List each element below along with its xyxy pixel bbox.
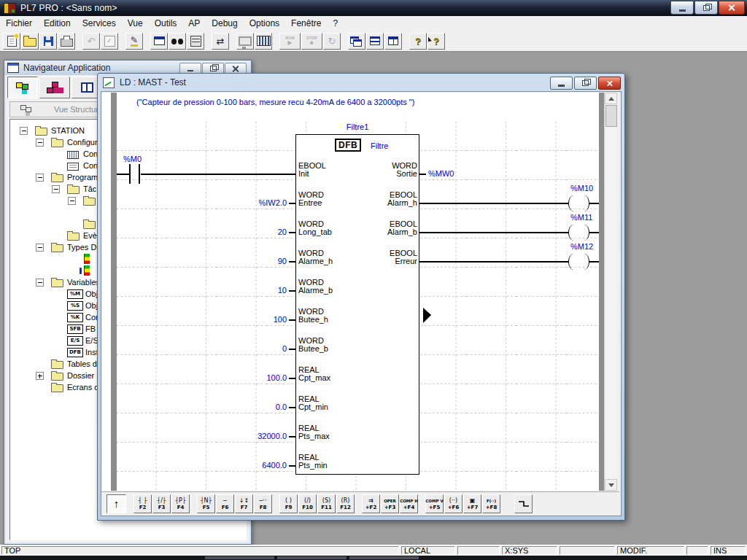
menu-services[interactable]: Services — [77, 17, 122, 30]
collapse-icon[interactable] — [36, 174, 44, 182]
taskbar-item[interactable] — [205, 556, 274, 559]
tool-operate[interactable]: OPER+F3 — [381, 494, 399, 513]
tool-hline-fill[interactable]: ─··F8 — [254, 494, 272, 513]
coil-icon[interactable] — [579, 254, 589, 270]
main-title-bar[interactable]: PL7 PRO : <Sans nom> — [0, 0, 747, 16]
input-value[interactable]: 100 — [224, 315, 287, 324]
scroll-up-button[interactable] — [605, 93, 617, 104]
coil-icon[interactable] — [568, 225, 578, 241]
coil-label[interactable]: %M11 — [570, 213, 592, 222]
coil-label[interactable]: %M10 — [570, 184, 593, 192]
taskbar-item[interactable] — [349, 556, 419, 559]
tile-vertical-button[interactable] — [384, 33, 402, 50]
collapse-icon[interactable] — [36, 244, 44, 252]
open-button[interactable] — [21, 33, 39, 50]
collapse-icon[interactable] — [36, 279, 44, 287]
collapse-icon[interactable] — [52, 185, 60, 193]
tool-compare-h[interactable]: COMP H+F4 — [400, 494, 418, 513]
collapse-icon[interactable] — [20, 127, 28, 135]
menu-debug[interactable]: Debug — [206, 17, 243, 30]
tool-vline[interactable]: ↓↕F7 — [235, 494, 253, 513]
ld-minimize-button[interactable] — [550, 77, 573, 90]
undo-button[interactable]: ↶ — [82, 33, 100, 50]
new-button[interactable] — [3, 33, 20, 50]
print-button[interactable] — [58, 33, 75, 50]
tile-horizontal-button[interactable] — [366, 33, 384, 50]
input-value[interactable]: 0 — [224, 344, 287, 353]
select-tool-button[interactable]: ↑ — [107, 494, 126, 513]
tool-compare-v[interactable]: COMP V+F5 — [425, 494, 444, 513]
menu-vue[interactable]: Vue — [122, 17, 149, 30]
menu-fenetre[interactable]: Fenêtre — [285, 17, 327, 30]
close-button[interactable] — [719, 1, 745, 15]
no-contact-icon[interactable] — [129, 164, 131, 184]
input-value[interactable]: 90 — [224, 257, 287, 265]
input-value[interactable]: %IW2.0 — [224, 198, 287, 207]
tool-p-contact[interactable]: ┤P├F4 — [171, 494, 190, 513]
menu-ap[interactable]: AP — [182, 17, 206, 30]
context-help-button[interactable]: ? — [427, 33, 445, 50]
cascade-windows-button[interactable] — [348, 33, 365, 50]
tool-set-coil[interactable]: (S)F11 — [317, 494, 336, 513]
input-value[interactable]: 20 — [224, 228, 287, 236]
coil-icon[interactable] — [579, 225, 589, 241]
input-value[interactable]: 32000.0 — [224, 432, 287, 440]
coil-icon[interactable] — [568, 195, 578, 211]
coil-icon[interactable] — [568, 254, 578, 270]
tool-reset-coil[interactable]: (R)F12 — [336, 494, 355, 513]
input-value[interactable]: 10 — [224, 286, 287, 295]
tool-no-contact[interactable]: ┤ ├F2 — [133, 494, 152, 513]
tool-close-rung[interactable] — [514, 494, 533, 513]
scroll-down-button[interactable] — [605, 479, 617, 491]
validate-button[interactable]: ✓ — [101, 33, 118, 50]
functional-view-button[interactable] — [39, 77, 70, 98]
run-button[interactable]: RUN ▶ — [279, 33, 301, 50]
collapse-icon[interactable] — [68, 197, 76, 205]
tool-jump[interactable]: ⇉+F2 — [362, 494, 380, 513]
connect-pc-button[interactable] — [236, 33, 254, 50]
menu-options[interactable]: Options — [244, 17, 285, 30]
tool-coil[interactable]: ( )F9 — [279, 494, 298, 513]
menu-help[interactable]: ? — [327, 17, 344, 30]
refresh-button[interactable]: ↻ — [323, 33, 341, 50]
vertical-scrollbar[interactable] — [604, 93, 617, 491]
menu-fichier[interactable]: Fichier — [0, 17, 38, 30]
ld-title-bar[interactable]: LD : MAST - Test — [98, 74, 624, 91]
configuration-button[interactable] — [255, 33, 272, 50]
tool-nc-contact[interactable]: ┤/├F3 — [152, 494, 171, 513]
menu-outils[interactable]: Outils — [149, 17, 183, 30]
ld-restore-button[interactable] — [574, 77, 597, 90]
input-value[interactable]: 100.0 — [224, 373, 287, 382]
import-button[interactable]: ✎ — [125, 33, 143, 50]
tool-n-contact[interactable]: ┤N├F5 — [197, 494, 215, 513]
transfer-button[interactable]: ⇄ — [212, 33, 229, 50]
help-button[interactable]: ? — [409, 33, 427, 50]
library-button[interactable] — [187, 33, 204, 50]
rung-comment[interactable]: ("Capteur de pression 0-100 bars, mesure… — [136, 98, 414, 106]
tool-function-block[interactable]: ▣+F7 — [463, 494, 481, 513]
tool-call[interactable]: (··)+F6 — [444, 494, 462, 513]
ld-close-button[interactable] — [598, 77, 621, 90]
input-value[interactable]: 6400.0 — [224, 461, 287, 470]
dfb-instance-name[interactable]: Filtre1 — [295, 122, 419, 131]
search-button[interactable] — [169, 33, 186, 50]
tool-function[interactable]: F(··)+F8 — [482, 494, 500, 513]
stop-button[interactable]: STOP ■ — [301, 33, 322, 50]
taskbar-item[interactable] — [277, 556, 347, 559]
restore-button[interactable] — [694, 1, 718, 15]
expand-icon[interactable] — [36, 372, 44, 380]
variables-editor-button[interactable] — [150, 33, 168, 50]
output-destination[interactable]: %MW0 — [428, 169, 454, 178]
tool-nc-coil[interactable]: (/)F10 — [298, 494, 317, 513]
input-value[interactable]: 0.0 — [224, 402, 287, 411]
structural-view-button[interactable] — [7, 77, 38, 98]
tool-hline[interactable]: ─F6 — [216, 494, 234, 513]
contact-label[interactable]: %M0 — [123, 155, 142, 163]
coil-label[interactable]: %M12 — [570, 242, 593, 251]
collapse-icon[interactable] — [36, 139, 44, 147]
save-button[interactable] — [39, 33, 57, 50]
coil-icon[interactable] — [579, 195, 589, 211]
minimize-button[interactable] — [670, 1, 694, 15]
scrollbar-thumb[interactable] — [605, 105, 617, 127]
menu-edition[interactable]: Edition — [38, 17, 77, 30]
